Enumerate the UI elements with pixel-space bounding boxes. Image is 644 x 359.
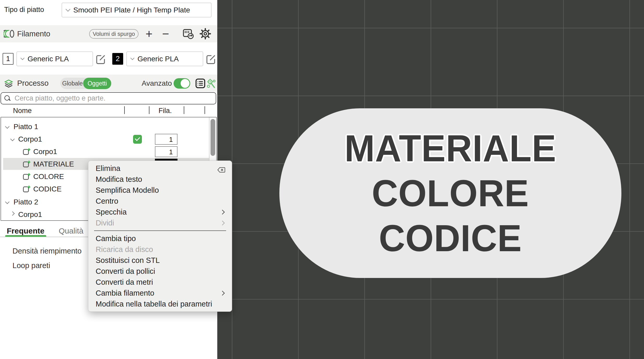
param-wall-loops[interactable]: Loop pareti [12, 261, 50, 270]
menu-item-label: Semplifica Modello [96, 186, 159, 194]
submenu-chevron-icon [220, 221, 225, 225]
filament-slot-1-number: 1 [3, 53, 14, 65]
filament-section-title: Filamento [17, 30, 50, 38]
menu-item-label: Elimina [96, 164, 120, 172]
plate-type-value: Smooth PEI Plate / High Temp Plate [73, 6, 190, 14]
tree-row-label[interactable]: Corpo1 [33, 148, 57, 156]
remove-filament-button[interactable]: − [162, 27, 169, 41]
filament-slot-1-value: Generic PLA [28, 55, 69, 63]
menu-item-cambia-tipo[interactable]: Cambia tipo [88, 233, 232, 244]
chevron-down-icon [130, 56, 135, 60]
menu-item-label: Modifica nella tabella dei parametri [96, 300, 212, 308]
collapse-chevron-icon[interactable] [10, 137, 15, 141]
column-separator[interactable] [149, 106, 149, 114]
tab-frequente[interactable]: Frequente [7, 227, 44, 235]
part-icon [22, 147, 31, 156]
collapse-chevron-icon[interactable] [5, 200, 10, 204]
model-text-materiale[interactable]: MATERIALE [344, 125, 556, 172]
menu-item-label: Cambia filamento [96, 289, 154, 297]
tree-row-label[interactable]: Corpo1 [18, 135, 42, 143]
menu-item-modifica-testo[interactable]: Modifica testo [88, 174, 232, 185]
tree-row-label[interactable]: Piatto 2 [14, 198, 38, 206]
object-search-box[interactable] [1, 92, 216, 104]
chevron-down-icon [21, 56, 25, 60]
context-menu: Elimina Modifica testo Semplifica Modell… [88, 161, 232, 312]
menu-item-converti-da-metri[interactable]: Converti da metri [88, 277, 232, 288]
menu-item-label: Converti da metri [96, 278, 153, 286]
purge-volumes-button[interactable]: Volumi di spurgo [89, 29, 139, 39]
segment-objects[interactable]: Oggetti [83, 78, 111, 89]
tree-row-label[interactable]: MATERIALE [33, 160, 74, 168]
menu-item-converti-da-pollici[interactable]: Converti da pollici [88, 266, 232, 277]
filament-slot-2-select[interactable]: Generic PLA [126, 51, 203, 66]
scrollbar-thumb[interactable] [211, 119, 215, 156]
menu-item-label: Converti da pollici [96, 267, 155, 275]
model-text-colore[interactable]: COLORE [372, 170, 529, 217]
menu-item-label: Specchia [96, 208, 127, 216]
slicer-app: Tipo di piatto Smooth PEI Plate / High T… [0, 0, 644, 359]
advanced-label: Avanzato [142, 79, 172, 88]
menu-item-label: Sostituisci con STL [96, 256, 160, 264]
tree-row-label[interactable]: Piatto 1 [14, 123, 38, 131]
menu-item-elimina[interactable]: Elimina [88, 163, 232, 174]
print-enable-checkbox[interactable] [133, 135, 142, 144]
menu-item-modifica-tabella-parametri[interactable]: Modifica nella tabella dei parametri [88, 298, 232, 309]
menu-item-specchia[interactable]: Specchia [88, 207, 232, 217]
tree-row-label[interactable]: COLORE [33, 172, 64, 181]
search-icon [4, 95, 11, 102]
search-input[interactable] [14, 94, 196, 103]
add-filament-button[interactable]: + [146, 27, 153, 41]
process-layers-icon [4, 78, 15, 89]
menu-item-dividi[interactable]: Dividi [88, 217, 232, 228]
advanced-toggle[interactable] [174, 78, 190, 89]
model-stadium-shape[interactable]: MATERIALE COLORE CODICE [279, 108, 621, 278]
process-tuning-search-icon[interactable] [206, 78, 217, 90]
filament-spool-icon [4, 29, 15, 40]
filament-number-spinner[interactable]: 1 [155, 146, 178, 157]
tab-qualita[interactable]: Qualità [59, 227, 83, 235]
menu-item-cambia-filamento[interactable]: Cambia filamento [88, 288, 232, 298]
tree-row-plate-1[interactable]: Piatto 1 [1, 121, 216, 133]
model-text-codice[interactable]: CODICE [379, 215, 522, 262]
tree-row-body-1[interactable]: Corpo1 1 [1, 133, 216, 145]
column-separator[interactable] [205, 106, 205, 114]
menu-item-ricarica-da-disco[interactable]: Ricarica da disco [88, 244, 232, 255]
edit-filament-1-icon[interactable] [95, 54, 106, 66]
chevron-down-icon [65, 7, 70, 11]
menu-item-sostituisci-con-stl[interactable]: Sostituisci con STL [88, 255, 232, 266]
part-icon [22, 172, 31, 181]
filament-slot-2-value: Generic PLA [137, 55, 179, 63]
column-filament: Fila. [159, 107, 172, 115]
column-name: Nome [13, 107, 32, 115]
column-separator[interactable] [124, 106, 125, 114]
part-icon [22, 184, 31, 193]
menu-item-label: Cambia tipo [96, 234, 136, 243]
filament-settings-gear-icon[interactable] [199, 28, 212, 41]
tree-row-label[interactable]: Corpo1 [18, 210, 42, 219]
toggle-knob [181, 79, 189, 88]
menu-item-label: Ricarica da disco [96, 245, 153, 254]
segment-global[interactable]: Globale [60, 80, 85, 87]
collapse-chevron-icon[interactable] [5, 124, 10, 129]
column-separator[interactable] [184, 106, 184, 114]
process-section-title: Processo [17, 79, 49, 88]
submenu-chevron-icon [220, 291, 225, 295]
plate-type-label: Tipo di piatto [4, 6, 44, 14]
plate-type-select[interactable]: Smooth PEI Plate / High Temp Plate [62, 3, 212, 17]
filament-slot-1-select[interactable]: Generic PLA [16, 51, 93, 66]
filament-number-spinner[interactable]: 1 [155, 134, 178, 145]
expand-chevron-icon[interactable] [10, 211, 15, 216]
filament-slot-2-number: 2 [112, 53, 123, 65]
parameter-list-icon[interactable] [195, 78, 206, 90]
tree-row-label[interactable]: CODICE [33, 185, 62, 193]
tree-row-part-corpo1[interactable]: Corpo1 1 [1, 145, 216, 158]
object-list-header: Nome Fila. [0, 105, 217, 117]
param-infill-density[interactable]: Densità riempimento [12, 247, 82, 255]
menu-item-centro[interactable]: Centro [88, 196, 232, 207]
ams-sync-icon[interactable] [182, 28, 194, 41]
menu-item-label: Centro [96, 197, 118, 205]
menu-item-semplifica-modello[interactable]: Semplifica Modello [88, 185, 232, 196]
edit-filament-2-icon[interactable] [205, 54, 216, 66]
global-objects-segmented-control[interactable]: Globale Oggetti [60, 78, 111, 89]
viewport-3d[interactable]: MATERIALE COLORE CODICE [217, 0, 644, 359]
